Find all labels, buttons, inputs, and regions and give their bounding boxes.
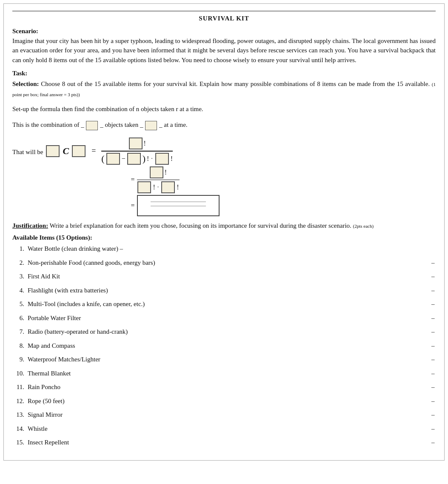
item-text: Water Bottle (clean drinking water) – (28, 244, 436, 254)
dot-1: · (151, 155, 153, 162)
equals-2: = (131, 176, 134, 183)
item-text: Rain Poncho (28, 382, 423, 392)
top-border (12, 11, 436, 11)
formula-row-2: = ! ! · ! (131, 166, 219, 194)
answer-box[interactable] (137, 195, 220, 216)
item-text: Multi-Tool (includes a knife, can opener… (28, 299, 423, 309)
item-text: Whistle (28, 424, 423, 434)
list-item: 9. Waterproof Matches/Lighter – (12, 355, 436, 364)
item-number: 8. (12, 341, 24, 351)
factorial-2: ! (147, 155, 149, 163)
combo-part1: This is the combination of _ (12, 121, 84, 128)
r-input-box[interactable] (145, 121, 157, 130)
item-number: 6. (12, 313, 24, 323)
list-item: 10. Thermal Blanket – (12, 369, 436, 378)
item-dash: – (431, 396, 436, 406)
equals-1: = (91, 146, 96, 155)
list-item: 12. Rope (50 feet) – (12, 396, 436, 406)
n-num-box-2[interactable] (150, 166, 163, 178)
item-dash: – (431, 438, 436, 447)
r-den-box[interactable] (127, 153, 141, 165)
item-text: Non-perishable Food (canned goods, energ… (28, 258, 423, 268)
item-dash: – (431, 258, 436, 268)
item-number: 12. (12, 396, 24, 406)
c-letter: C (63, 146, 69, 157)
frac-denominator-1: ( − ) ! · ! (101, 152, 173, 165)
n-num-box[interactable] (129, 137, 143, 149)
justification-note: (2pts each) (353, 223, 374, 229)
item-number: 7. (12, 327, 24, 337)
justification-text: Write a brief explanation for each item … (50, 222, 351, 229)
page-container: SURVIVAL KIT Scenario: Imagine that your… (3, 3, 445, 461)
that-will-be-text: That will be (12, 149, 43, 156)
list-item: 3. First Aid Kit – (12, 272, 436, 281)
list-item: 2. Non-perishable Food (canned goods, en… (12, 258, 436, 268)
list-item: 11. Rain Poncho – (12, 382, 436, 392)
r-box-formula[interactable] (72, 145, 86, 157)
item-number: 11. (12, 382, 24, 392)
item-dash: – (431, 424, 436, 434)
justification-section: Justification: Write a brief explanation… (12, 221, 436, 231)
item-dash: – (431, 355, 436, 364)
den-box-2[interactable] (161, 181, 175, 193)
n-den-box[interactable] (106, 153, 120, 165)
formula-row-1: C = ! ( − (46, 137, 219, 165)
formula-visual: C = ! ( − (46, 137, 219, 216)
item-dash: – (431, 382, 436, 392)
item-text: Portable Water Filter (28, 313, 423, 323)
item-number: 15. (12, 438, 24, 447)
list-item: 14. Whistle – (12, 424, 436, 434)
item-number: 9. (12, 355, 24, 364)
item-number: 10. (12, 369, 24, 378)
that-will-be-section: That will be C = ! (12, 133, 436, 216)
main-fraction: ! ( − ) ! · ! (101, 137, 173, 165)
list-item: 5. Multi-Tool (includes a knife, can ope… (12, 299, 436, 309)
item-number: 5. (12, 299, 24, 309)
n-input-box[interactable] (86, 121, 98, 130)
n-box-formula[interactable] (46, 145, 60, 157)
item-text: Thermal Blanket (28, 369, 423, 378)
item-text: Signal Mirror (28, 410, 423, 420)
selection-label: Selection: (12, 80, 39, 87)
r-den-box-2[interactable] (155, 153, 169, 165)
list-item: 7. Radio (battery-operated or hand-crank… (12, 327, 436, 337)
item-text: Flashlight (with extra batteries) (28, 286, 423, 295)
task-label: Task: (12, 70, 436, 77)
close-paren: ) (143, 154, 146, 163)
item-number: 3. (12, 272, 24, 281)
item-number: 4. (12, 286, 24, 295)
formula-row-3: = (131, 195, 219, 216)
scenario-section: Scenario: Imagine that your city has bee… (12, 26, 436, 65)
den-box-1[interactable] (137, 181, 151, 193)
minus-sign: − (122, 155, 126, 163)
item-dash: – (431, 313, 436, 323)
list-item: 8. Map and Compass – (12, 341, 436, 351)
item-number: 13. (12, 410, 24, 420)
item-text: First Aid Kit (28, 272, 423, 281)
scenario-text: Imagine that your city has been hit by a… (12, 37, 436, 63)
list-item: 4. Flashlight (with extra batteries) – (12, 286, 436, 295)
justification-label: Justification: (12, 222, 48, 229)
page-title: SURVIVAL KIT (12, 15, 436, 22)
item-dash: – (431, 410, 436, 420)
scenario-label: Scenario: (12, 28, 38, 34)
item-dash: – (431, 286, 436, 295)
strikethrough-visual (151, 198, 206, 211)
open-paren: ( (101, 154, 104, 163)
dot-2: · (157, 184, 159, 191)
factorial-1: ! (144, 140, 146, 147)
item-dash: – (431, 369, 436, 378)
simplified-fraction-1: ! ! · ! (137, 166, 180, 194)
items-list: 1. Water Bottle (clean drinking water) –… (12, 244, 436, 447)
item-number: 1. (12, 244, 24, 254)
item-dash: – (431, 327, 436, 337)
formula-intro: Set-up the formula then find the combina… (12, 103, 436, 115)
item-text: Radio (battery-operated or hand-crank) (28, 327, 423, 337)
item-number: 14. (12, 424, 24, 434)
item-dash: – (431, 341, 436, 351)
list-item: 6. Portable Water Filter – (12, 313, 436, 323)
item-text: Map and Compass (28, 341, 423, 351)
frac-num-2: ! (149, 166, 167, 180)
factorial-4: ! (165, 169, 167, 176)
list-item: 15. Insect Repellent – (12, 438, 436, 447)
